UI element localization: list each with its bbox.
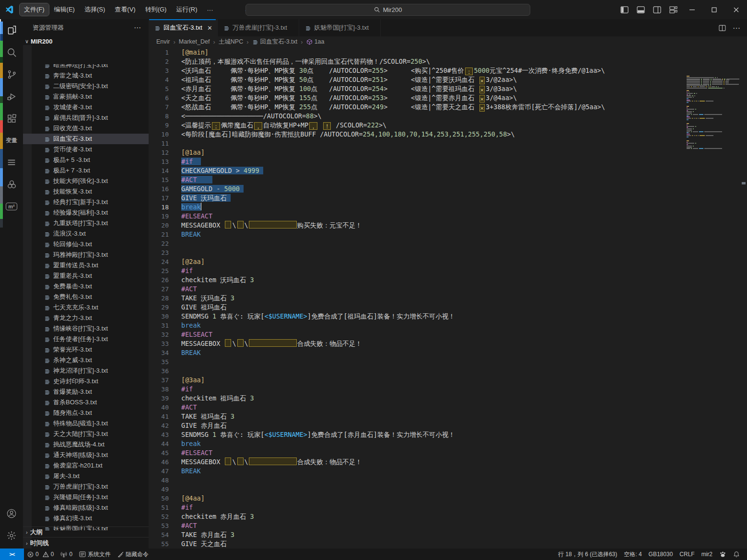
file-item[interactable]: 玛雅神殿[打宝]-3.txt: [23, 250, 149, 260]
settings-gear-icon[interactable]: [0, 525, 23, 547]
code-line[interactable]: 27#ACT: [149, 285, 747, 294]
breadcrumb-item[interactable]: 土城NPC: [219, 38, 243, 46]
close-button[interactable]: [725, 0, 747, 19]
activity-bianliang-extension-icon[interactable]: 变量: [0, 129, 23, 151]
eol-sequence[interactable]: CRLF: [676, 549, 698, 560]
code-line[interactable]: 23: [149, 248, 747, 257]
file-item[interactable]: 奔雷之城-3.txt: [23, 70, 149, 81]
breadcrumb-item[interactable]: Envir: [156, 38, 170, 45]
file-item[interactable]: 经典打宝[新手]-3.txt: [23, 197, 149, 207]
remote-indicator[interactable]: ><: [0, 549, 24, 560]
code-line[interactable]: 18break: [149, 203, 747, 212]
code-line[interactable]: 5<赤月血石 佩带·每秒HP、MP恢复 100点 /AUTOCOLOR=254>…: [149, 84, 747, 93]
code-line[interactable]: 36: [149, 366, 747, 376]
file-item[interactable]: 技能大师[强化]-3.txt: [23, 176, 149, 186]
code-line[interactable]: 39checkitem 祖玛血石 3: [149, 394, 747, 403]
menu-item[interactable]: 查看(V): [110, 3, 140, 16]
file-item[interactable]: 修真暗殿[练级]-3.txt: [23, 503, 149, 513]
file-item[interactable]: 杀神之威-3.txt: [23, 355, 149, 366]
editor-more-icon[interactable]: ⋯: [733, 23, 740, 33]
code-line[interactable]: 8<────────────────────/AUTOCOLOR=88>\: [149, 112, 747, 121]
minimap[interactable]: [687, 76, 740, 171]
code-line[interactable]: 29GIVE 祖玛血石: [149, 303, 747, 312]
code-line[interactable]: 40#ACT: [149, 403, 747, 412]
activity-extensions-icon[interactable]: [0, 107, 23, 129]
editor-tab[interactable]: 妖魅帝国[打宝]-3.txt: [299, 19, 381, 36]
activity-menu-extension-icon[interactable]: [0, 151, 23, 173]
code-line[interactable]: 15#ACT: [149, 175, 747, 184]
maximize-button[interactable]: [703, 0, 725, 19]
file-item[interactable]: 免费暴击-3.txt: [23, 281, 149, 292]
code-line[interactable]: 42GIVE 赤月血石: [149, 421, 747, 430]
file-item[interactable]: 盟重老兵-3.txt: [23, 271, 149, 281]
code-line[interactable]: 22: [149, 239, 747, 248]
code-line[interactable]: 19#ELSEACT: [149, 212, 747, 221]
folder-root[interactable]: ∨ MIR200: [23, 36, 149, 46]
menu-item[interactable]: ···: [202, 4, 217, 15]
file-item[interactable]: 神龙沼泽[打宝]-3.txt: [23, 366, 149, 376]
code-line[interactable]: 49: [149, 485, 747, 494]
file-item[interactable]: 情缘峡谷[打宝]-3.txt: [23, 323, 149, 334]
code-line[interactable]: 46MESSAGEBOX \\合成失败：物品不足！: [149, 457, 747, 467]
code-line[interactable]: 9<温馨提示：佩带魔血石，自动恢复HP+MP， ！ /SCOLOR=222>\: [149, 121, 747, 130]
file-item[interactable]: 首杀BOSS-3.txt: [23, 397, 149, 408]
breadcrumb-item[interactable]: 1aa: [306, 38, 325, 45]
code-line[interactable]: 10<每阶段[魔血石]暗藏防御魔御·伤害抵抗BUFF /AUTOCOLOR=25…: [149, 130, 747, 139]
system-file-status[interactable]: 系统文件: [76, 549, 114, 560]
minimize-button[interactable]: [681, 0, 703, 19]
encoding[interactable]: GB18030: [645, 549, 677, 560]
code-line[interactable]: 50[@4aa]: [149, 494, 747, 503]
toggle-secondary-sidebar-icon[interactable]: [650, 3, 664, 16]
explorer-more-icon[interactable]: ⋯: [134, 23, 141, 32]
code-line[interactable]: 4<祖玛血石 佩带·每秒HP、MP恢复 50点 /AUTOCOLOR=251> …: [149, 75, 747, 84]
file-item[interactable]: 随身泡点-3.txt: [23, 408, 149, 418]
customize-layout-icon[interactable]: [666, 3, 680, 16]
code-editor[interactable]: 1[@main]2<防止顶药，本服游戏不出售任何药品，一律采用回血宝石代替药物！…: [149, 47, 747, 549]
code-line[interactable]: 31break: [149, 321, 747, 330]
code-line[interactable]: 3<沃玛血石 佩带·每秒HP、MP恢复 30点 /AUTOCOLOR=255> …: [149, 66, 747, 75]
code-line[interactable]: 41TAKE 祖玛血石 3: [149, 412, 747, 421]
file-item[interactable]: 天之大陆[打宝]-3.txt: [23, 429, 149, 439]
code-line[interactable]: 51#if: [149, 503, 747, 512]
file-item[interactable]: 荣誉光环-3.txt: [23, 344, 149, 355]
split-editor-icon[interactable]: [719, 25, 726, 31]
hide-command-status[interactable]: 隐藏命令: [114, 549, 152, 560]
file-item[interactable]: 经验爆发[福利]-3.txt: [23, 207, 149, 218]
paw-extension-icon[interactable]: [716, 549, 730, 560]
code-line[interactable]: 17GIVE 沃玛血石: [149, 194, 747, 203]
file-item[interactable]: 挑战恶魔战场-4.txt: [23, 439, 149, 450]
file-item[interactable]: 流浪汉-3.txt: [23, 229, 149, 239]
code-line[interactable]: 26checkitem 沃玛血石 3: [149, 275, 747, 285]
code-line[interactable]: 11: [149, 139, 747, 148]
toggle-panel-icon[interactable]: [634, 3, 647, 16]
ports-status[interactable]: 0: [57, 549, 76, 560]
activity-explorer-icon[interactable]: [0, 19, 23, 41]
breadcrumb-item[interactable]: Market_Def: [179, 38, 210, 45]
file-item[interactable]: 极品+ 5 -3.txt: [23, 155, 149, 165]
file-item[interactable]: 轮回修仙-3.txt: [23, 239, 149, 250]
code-line[interactable]: 12[@1aa]: [149, 148, 747, 157]
code-line[interactable]: 54TAKE 赤月血石 3: [149, 530, 747, 539]
menu-item[interactable]: 编辑(E): [50, 3, 79, 16]
code-line[interactable]: 13#if: [149, 157, 747, 166]
file-item[interactable]: 通天神塔[练级]-3.txt: [23, 450, 149, 460]
code-line[interactable]: 21BREAK: [149, 230, 747, 239]
file-item[interactable]: 货币使者-3.txt: [23, 144, 149, 155]
menu-item[interactable]: 文件(F): [20, 3, 49, 16]
activity-mir2-extension-icon[interactable]: m²: [0, 195, 23, 217]
breadcrumb-item[interactable]: 回血宝石-3.txt: [252, 38, 298, 46]
file-item[interactable]: 技能恢复-3.txt: [23, 186, 149, 197]
file-item[interactable]: 史诗封印师-3.txt: [23, 376, 149, 387]
code-line[interactable]: 14CHECKGAMEGOLD > 4999: [149, 166, 747, 175]
code-line[interactable]: 47BREAK: [149, 467, 747, 476]
indentation[interactable]: 空格: 4: [620, 549, 645, 560]
notifications-bell-icon[interactable]: [730, 549, 743, 560]
file-item[interactable]: 特殊物品[锻造]-3.txt: [23, 418, 149, 429]
code-line[interactable]: 52checkitem 赤月血石 3: [149, 512, 747, 521]
code-line[interactable]: 48: [149, 476, 747, 485]
file-item[interactable]: 免费礼包-3.txt: [23, 292, 149, 302]
problems-status[interactable]: 0 0: [24, 549, 57, 560]
activity-run-debug-icon[interactable]: [0, 85, 23, 107]
code-line[interactable]: 45#ELSEACT: [149, 448, 747, 457]
toggle-sidebar-icon[interactable]: [618, 3, 631, 16]
